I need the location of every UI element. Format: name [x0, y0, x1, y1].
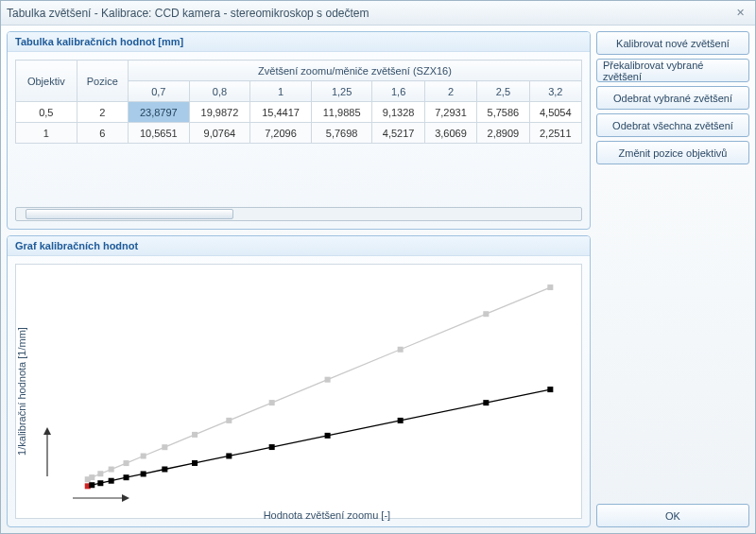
calibrate-new-button[interactable]: Kalibrovat nové zvětšení	[596, 31, 749, 55]
zoom-col[interactable]: 3,2	[529, 81, 581, 102]
svg-rect-11	[192, 432, 198, 438]
cell-value[interactable]: 5,7698	[311, 123, 372, 144]
chart-ylabel: 1/kalibrační hodnota [1/mm]	[16, 327, 27, 456]
svg-rect-17	[547, 284, 553, 290]
recalibrate-selected-button[interactable]: Překalibrovat vybrané zvětšení	[596, 59, 749, 82]
zoom-col[interactable]: 2,5	[477, 81, 529, 102]
svg-rect-15	[398, 347, 404, 353]
svg-rect-10	[162, 444, 167, 450]
y-axis-arrow-icon	[43, 427, 52, 476]
col-pozice[interactable]: Pozice	[77, 60, 128, 102]
svg-rect-12	[226, 418, 232, 423]
cell-pozice[interactable]: 2	[77, 102, 128, 123]
zoom-col[interactable]: 1,6	[372, 81, 424, 102]
table-group-title: Tabulka kalibračních hodnot [mm]	[8, 32, 590, 52]
svg-rect-26	[226, 453, 232, 458]
zoom-col[interactable]: 0,8	[189, 81, 250, 102]
svg-rect-30	[483, 400, 489, 405]
zoom-col[interactable]: 1,25	[311, 81, 372, 102]
zoom-col[interactable]: 1	[250, 81, 312, 102]
svg-rect-22	[124, 474, 129, 480]
svg-rect-20	[97, 480, 103, 486]
remove-all-button[interactable]: Odebrat všechna zvětšení	[596, 113, 749, 137]
svg-marker-3	[122, 494, 129, 502]
svg-rect-21	[109, 478, 114, 484]
cell-value[interactable]: 23,8797	[129, 102, 190, 123]
svg-rect-6	[97, 471, 103, 476]
ok-button[interactable]: OK	[596, 504, 749, 527]
zoom-col[interactable]: 0,7	[129, 81, 190, 102]
calibration-chart: 1/kalibrační hodnota [1/mm] Hodnota zvět…	[15, 264, 582, 519]
table-row[interactable]: 0,5223,879719,987215,441711,98859,13287,…	[16, 102, 582, 123]
cell-objektiv[interactable]: 0,5	[16, 102, 77, 123]
cell-value[interactable]: 9,1328	[372, 102, 424, 123]
svg-rect-24	[162, 466, 167, 472]
cell-value[interactable]: 3,6069	[424, 123, 476, 144]
close-icon[interactable]: ✕	[730, 6, 749, 21]
svg-rect-25	[192, 460, 198, 466]
button-panel: Kalibrovat nové zvětšení Překalibrovat v…	[596, 31, 749, 527]
change-positions-button[interactable]: Změnit pozice objektivů	[596, 141, 749, 164]
cell-value[interactable]: 5,7586	[477, 102, 529, 123]
svg-rect-5	[89, 474, 94, 480]
cell-value[interactable]: 2,8909	[477, 123, 529, 144]
svg-rect-7	[109, 467, 114, 473]
svg-rect-19	[89, 482, 94, 488]
svg-rect-13	[269, 400, 275, 405]
svg-rect-29	[398, 418, 404, 423]
chart-group: Graf kalibračních hodnot 1/kalibrační ho…	[7, 235, 591, 527]
horizontal-scrollbar[interactable]	[15, 207, 582, 221]
svg-marker-1	[43, 427, 51, 435]
cell-value[interactable]: 7,2096	[250, 123, 312, 144]
svg-rect-23	[141, 471, 146, 476]
cell-value[interactable]: 9,0764	[189, 123, 250, 144]
calibration-window: Tabulka zvětšení - Kalibrace: CCD kamera…	[0, 0, 756, 534]
cell-objektiv[interactable]: 1	[16, 123, 77, 144]
cell-value[interactable]: 11,9885	[311, 102, 372, 123]
zoom-header: Zvětšení zoomu/měniče zvětšení (SZX16)	[129, 60, 582, 81]
cell-value[interactable]: 4,5217	[372, 123, 424, 144]
svg-rect-16	[483, 311, 489, 317]
window-title: Tabulka zvětšení - Kalibrace: CCD kamera…	[7, 7, 730, 20]
svg-rect-31	[547, 387, 553, 392]
remove-selected-button[interactable]: Odebrat vybrané zvětšení	[596, 86, 749, 110]
svg-rect-8	[124, 460, 129, 466]
cell-value[interactable]: 7,2931	[424, 102, 476, 123]
cell-pozice[interactable]: 6	[77, 123, 128, 144]
svg-rect-9	[141, 453, 146, 458]
svg-rect-28	[325, 433, 331, 439]
calibration-table[interactable]: ObjektivPoziceZvětšení zoomu/měniče zvět…	[15, 60, 582, 201]
table-row[interactable]: 1610,56519,07647,20965,76984,52173,60692…	[16, 123, 582, 144]
x-axis-arrow-icon	[73, 493, 129, 503]
cell-value[interactable]: 2,2511	[529, 123, 581, 144]
svg-rect-27	[269, 444, 275, 450]
cell-value[interactable]: 4,5054	[529, 102, 581, 123]
cell-value[interactable]: 19,9872	[189, 102, 250, 123]
cell-value[interactable]: 15,4417	[250, 102, 312, 123]
chart-group-title: Graf kalibračních hodnot	[8, 236, 590, 256]
zoom-col[interactable]: 2	[424, 81, 476, 102]
cell-value[interactable]: 10,5651	[129, 123, 190, 144]
scrollbar-thumb[interactable]	[26, 209, 233, 219]
titlebar: Tabulka zvětšení - Kalibrace: CCD kamera…	[1, 1, 755, 26]
table-group: Tabulka kalibračních hodnot [mm] Objekti…	[7, 31, 591, 230]
chart-xlabel: Hodnota zvětšení zoomu [-]	[264, 509, 391, 521]
col-objektiv[interactable]: Objektiv	[16, 60, 77, 102]
svg-rect-14	[325, 377, 331, 383]
